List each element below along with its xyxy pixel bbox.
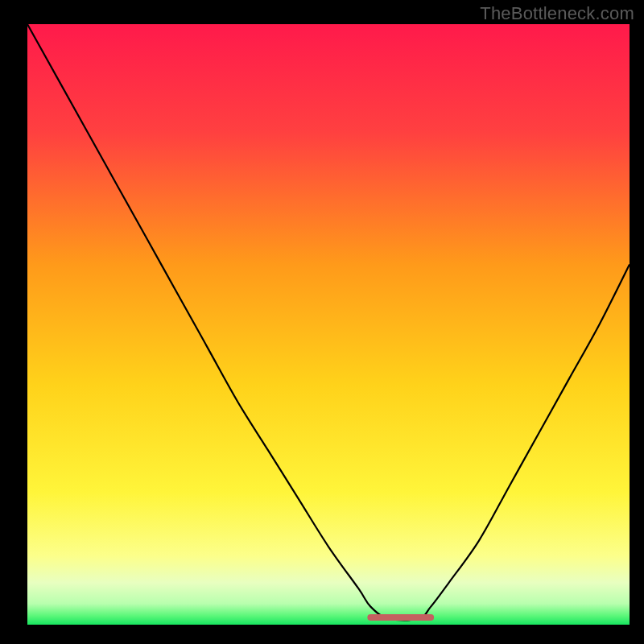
chart-frame: TheBottleneck.com: [0, 0, 644, 644]
plot-area: [27, 24, 630, 625]
watermark-text: TheBottleneck.com: [480, 3, 634, 24]
bottleneck-chart: [0, 0, 644, 644]
